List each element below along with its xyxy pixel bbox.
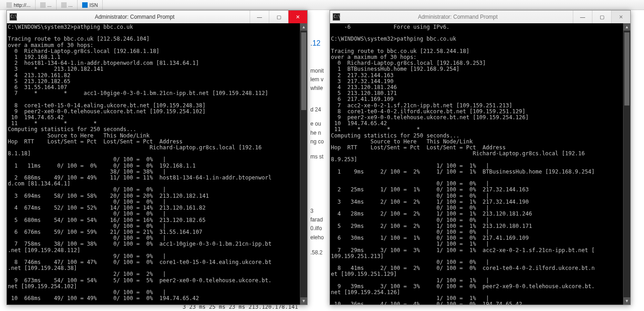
- browser-tab[interactable]: ...: [57, 0, 78, 10]
- scroll-up-button[interactable]: ▲: [623, 23, 630, 31]
- close-button[interactable]: ✕: [611, 11, 630, 23]
- scroll-thumb[interactable]: [301, 32, 306, 110]
- minimize-button[interactable]: —: [250, 11, 269, 23]
- browser-tab[interactable]: ...: [36, 0, 57, 10]
- close-button[interactable]: ✕: [288, 11, 307, 23]
- globe-icon: [6, 2, 12, 8]
- cmd-icon: [333, 13, 340, 21]
- tab-label: ISN: [89, 2, 98, 8]
- terminal-body[interactable]: C:\WINDOWS\system32>pathping bbc.co.uk T…: [7, 23, 307, 305]
- browser-tab[interactable]: http://...: [2, 0, 36, 10]
- scroll-down-button[interactable]: ▼: [300, 297, 307, 305]
- globe-icon: [61, 2, 67, 8]
- terminal-output[interactable]: -6 Force using IPv6. C:\WINDOWS\system32…: [330, 23, 623, 305]
- command-prompt-window-left: Administrator: Command Prompt — ▢ ✕ C:\W…: [6, 10, 308, 305]
- scroll-thumb[interactable]: [624, 32, 629, 105]
- window-controls: — ▢ ✕: [250, 11, 307, 23]
- vertical-scrollbar[interactable]: ▲ ▼: [300, 23, 307, 305]
- titlebar[interactable]: Administrator: Command Prompt — ▢ ✕: [330, 11, 630, 23]
- globe-icon: [40, 2, 46, 8]
- maximize-button[interactable]: ▢: [592, 11, 611, 23]
- msn-icon: [82, 2, 88, 8]
- titlebar[interactable]: Administrator: Command Prompt — ▢ ✕: [7, 11, 307, 23]
- command-prompt-window-right: Administrator: Command Prompt — ▢ ✕ -6 F…: [330, 10, 631, 305]
- tab-label: ...: [47, 2, 52, 8]
- maximize-button[interactable]: ▢: [269, 11, 288, 23]
- scroll-up-button[interactable]: ▲: [300, 23, 307, 31]
- vertical-scrollbar[interactable]: ▲ ▼: [623, 23, 630, 305]
- window-title: Administrator: Command Prompt: [20, 14, 250, 20]
- cmd-icon: [10, 13, 17, 21]
- terminal-body[interactable]: -6 Force using IPv6. C:\WINDOWS\system32…: [330, 23, 630, 305]
- terminal-output[interactable]: C:\WINDOWS\system32>pathping bbc.co.uk T…: [7, 23, 300, 305]
- window-title: Administrator: Command Prompt: [343, 14, 573, 20]
- scroll-down-button[interactable]: ▼: [623, 297, 630, 305]
- browser-tab[interactable]: ISN: [78, 0, 103, 10]
- minimize-button[interactable]: —: [573, 11, 592, 23]
- browser-tabstrip: http://... ... ... ISN: [0, 0, 644, 10]
- tab-label: ...: [68, 2, 73, 8]
- tab-label: http://...: [14, 2, 31, 8]
- window-controls: — ▢ ✕: [573, 11, 630, 23]
